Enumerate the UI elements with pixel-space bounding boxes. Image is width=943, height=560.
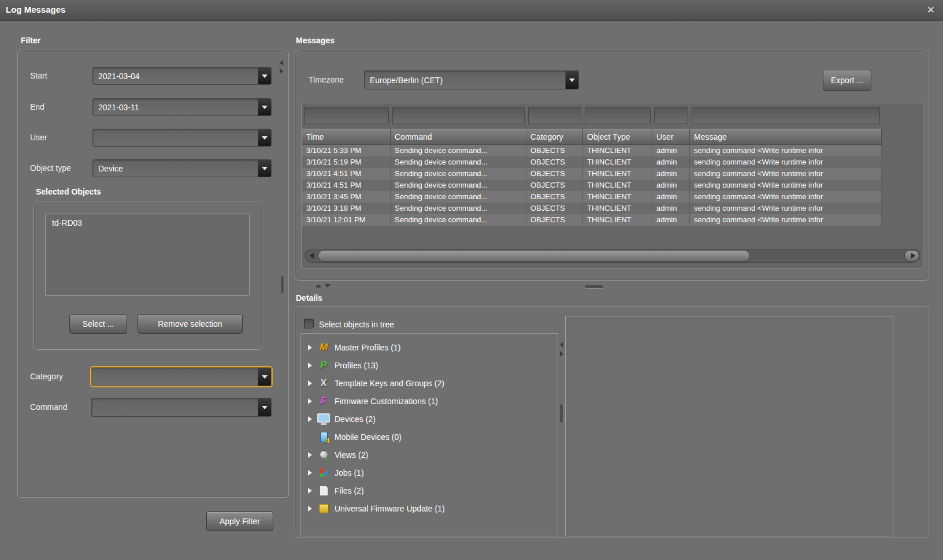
table-cell: THINCLIENT [583, 168, 652, 180]
expand-arrow-icon[interactable] [308, 363, 312, 368]
splitter-expand-down-icon[interactable] [325, 284, 331, 288]
table-cell: sending command <Write runtime infor [690, 191, 882, 203]
table-cell: 3/10/21 12:01 PM [302, 214, 391, 226]
tree-item[interactable]: Universal Firmware Update (1) [301, 499, 558, 517]
column-filter-input[interactable] [528, 107, 581, 124]
tree-item[interactable]: Devices (2) [301, 410, 558, 428]
expand-arrow-icon[interactable] [308, 470, 312, 476]
log-messages-dialog: Log Messages ✕ Filter Start 2021-03-04 E… [0, 0, 943, 560]
tree-item[interactable]: Jobs (1) [301, 464, 558, 481]
chevron-down-icon[interactable] [258, 160, 271, 177]
splitter-collapse-left-icon[interactable] [280, 60, 283, 66]
tree-item[interactable]: Files (2) [301, 481, 558, 499]
table-cell: sending command <Write runtime infor [690, 168, 882, 180]
titlebar[interactable]: Log Messages ✕ [0, 0, 943, 21]
tree-item-label: Universal Firmware Update (1) [335, 504, 445, 513]
filter-group-title: Filter [21, 36, 40, 45]
column-filter-input[interactable] [654, 107, 688, 124]
chevron-down-icon[interactable] [565, 71, 578, 89]
messages-table-filter-row [304, 107, 883, 124]
messages-table: TimeCommandCategoryObject TypeUserMessag… [301, 103, 923, 269]
column-filter-input[interactable] [304, 107, 389, 124]
start-date-value: 2021-03-04 [93, 68, 258, 84]
scroll-left-icon[interactable] [310, 253, 314, 259]
table-row[interactable]: 3/10/21 3:18 PMSending device command...… [302, 203, 882, 214]
expand-arrow-icon[interactable] [308, 345, 312, 350]
splitter-collapse-up-icon[interactable] [315, 284, 321, 288]
select-objects-in-tree-label: Select objects in tree [319, 319, 394, 330]
vertical-splitter-handle[interactable] [281, 276, 284, 293]
table-row[interactable]: 3/10/21 5:33 PMSending device command...… [302, 145, 882, 156]
chevron-down-icon[interactable] [258, 398, 271, 416]
horizontal-splitter-handle[interactable] [585, 285, 603, 288]
splitter-expand-right-icon[interactable] [560, 351, 563, 357]
close-icon[interactable]: ✕ [927, 4, 935, 16]
user-combobox[interactable] [92, 129, 272, 147]
tree-item-label: Views (2) [335, 450, 368, 460]
timezone-combobox[interactable]: Europe/Berlin (CET) [364, 70, 579, 89]
expand-arrow-icon[interactable] [308, 416, 312, 422]
chevron-down-icon[interactable] [258, 368, 271, 386]
table-row[interactable]: 3/10/21 5:19 PMSending device command...… [302, 156, 882, 168]
expand-arrow-icon[interactable] [308, 506, 312, 512]
table-cell: THINCLIENT [583, 203, 652, 214]
end-date-combobox[interactable]: 2021-03-11 [92, 98, 272, 116]
tree-item[interactable]: Master Profiles (1) [301, 338, 558, 356]
tree-item[interactable]: Template Keys and Groups (2) [301, 374, 558, 392]
expand-arrow-icon[interactable] [308, 398, 312, 404]
scrollbar-thumb[interactable] [318, 250, 750, 262]
column-header[interactable]: Object Type [583, 129, 652, 145]
chevron-down-icon[interactable] [258, 129, 271, 146]
command-combobox[interactable] [91, 398, 272, 417]
column-filter-input[interactable] [585, 107, 651, 124]
splitter-expand-right-icon[interactable] [280, 68, 283, 74]
table-row[interactable]: 3/10/21 3:45 PMSending device command...… [302, 191, 882, 203]
expand-arrow-icon[interactable] [308, 488, 312, 494]
selected-objects-list[interactable]: td-RD03 [45, 214, 250, 296]
remove-selection-button[interactable]: Remove selection [138, 314, 243, 334]
profiles-icon [317, 360, 330, 371]
table-cell: Sending device command... [391, 180, 526, 191]
tree-item[interactable]: Mobile Devices (0) [301, 428, 558, 446]
end-label: End [30, 98, 44, 116]
table-cell: THINCLIENT [583, 180, 652, 191]
table-row[interactable]: 3/10/21 4:51 PMSending device command...… [302, 180, 882, 191]
details-group-title: Details [296, 293, 322, 303]
column-header[interactable]: Command [391, 129, 526, 145]
splitter-collapse-left-icon[interactable] [560, 342, 563, 348]
column-filter-input[interactable] [392, 107, 525, 124]
vertical-splitter-handle[interactable] [560, 404, 563, 423]
column-header[interactable]: Time [302, 129, 391, 145]
table-cell: OBJECTS [526, 145, 583, 156]
apply-filter-button[interactable]: Apply Filter [206, 512, 273, 531]
table-cell: OBJECTS [526, 203, 583, 214]
master-profiles-icon [317, 342, 330, 353]
table-cell: THINCLIENT [583, 145, 652, 156]
column-header[interactable]: Message [690, 129, 882, 145]
tree-item[interactable]: Profiles (13) [301, 356, 558, 374]
list-item[interactable]: td-RD03 [46, 214, 249, 232]
table-row[interactable]: 3/10/21 12:01 PMSending device command..… [302, 214, 882, 226]
column-header[interactable]: User [652, 129, 690, 145]
table-cell: Sending device command... [391, 145, 526, 156]
start-date-combobox[interactable]: 2021-03-04 [92, 67, 272, 85]
expand-arrow-icon[interactable] [308, 452, 312, 458]
scroll-right-icon[interactable] [911, 253, 915, 259]
export-button[interactable]: Export ... [823, 70, 871, 91]
select-objects-in-tree-checkbox[interactable] [304, 319, 314, 328]
column-header[interactable]: Category [526, 129, 583, 145]
chevron-down-icon[interactable] [258, 68, 271, 84]
category-combobox[interactable] [91, 367, 272, 386]
horizontal-scrollbar[interactable] [305, 249, 920, 263]
chevron-down-icon[interactable] [258, 99, 271, 115]
tree-item[interactable]: Views (2) [301, 446, 558, 464]
tree-item[interactable]: Firmware Customizations (1) [301, 392, 558, 410]
expand-arrow-icon[interactable] [308, 380, 312, 386]
object-type-combobox[interactable]: Device [92, 159, 272, 177]
details-text-area[interactable] [565, 316, 893, 536]
table-row[interactable]: 3/10/21 4:51 PMSending device command...… [302, 168, 882, 180]
select-objects-button[interactable]: Select ... [69, 314, 127, 334]
column-filter-input[interactable] [692, 107, 880, 124]
table-cell: OBJECTS [526, 180, 583, 191]
table-cell: Sending device command... [391, 203, 526, 214]
